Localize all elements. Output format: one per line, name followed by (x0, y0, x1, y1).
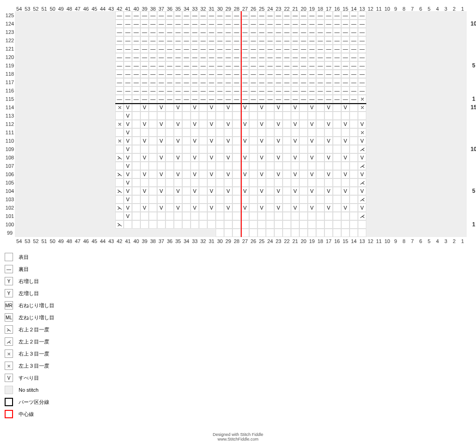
grid-cell (366, 162, 375, 170)
grid-cell (375, 28, 383, 36)
grid-cell (40, 36, 48, 45)
legend-label: 中心線 (19, 411, 34, 418)
grid-cell (458, 45, 467, 53)
grid-cell: — (182, 53, 191, 61)
grid-cell (165, 120, 174, 128)
grid-cell (425, 53, 433, 61)
grid-cell (199, 120, 207, 128)
grid-cell: V (358, 204, 366, 212)
grid-cell (450, 162, 458, 170)
grid-cell: — (333, 95, 341, 103)
col-header-bottom: 23 (274, 237, 283, 245)
grid-cell (274, 178, 283, 187)
col-header-bottom: 45 (90, 237, 99, 245)
grid-cell (450, 20, 458, 28)
legend-symbol: — (5, 265, 13, 273)
grid-cell: V (124, 204, 132, 212)
grid-cell (157, 195, 165, 204)
grid-cell (450, 103, 458, 112)
grid-cell (191, 212, 199, 220)
grid-cell (458, 145, 467, 153)
grid-cell (383, 195, 391, 204)
grid-cell (40, 137, 48, 145)
grid-cell (425, 204, 433, 212)
grid-cell (82, 212, 90, 220)
col-header-bottom: 18 (316, 237, 324, 245)
grid-cell (216, 178, 224, 187)
grid-cell: — (224, 20, 232, 28)
grid-cell (375, 128, 383, 137)
grid-cell (32, 86, 40, 95)
grid-cell: — (241, 61, 249, 70)
grid-cell (442, 204, 450, 212)
grid-cell (249, 195, 258, 204)
grid-cell (442, 86, 450, 95)
grid-cell: — (258, 86, 266, 95)
grid-cell: V (124, 112, 132, 120)
grid-cell: — (258, 61, 266, 70)
grid-cell: — (124, 28, 132, 36)
grid-cell (266, 229, 274, 237)
grid-cell (408, 187, 416, 195)
grid-cell (375, 204, 383, 212)
grid-cell: — (149, 53, 157, 61)
grid-cell (15, 70, 23, 78)
grid-cell (408, 61, 416, 70)
grid-cell (450, 195, 458, 204)
grid-cell (149, 220, 157, 229)
grid-cell: — (308, 20, 316, 28)
grid-cell: — (316, 95, 324, 103)
grid-cell: — (149, 20, 157, 28)
col-header-bottom: 39 (140, 237, 149, 245)
grid-cell (366, 45, 375, 53)
grid-cell (249, 162, 258, 170)
side-number (467, 86, 476, 95)
grid-cell: V (207, 204, 216, 212)
grid-cell (274, 145, 283, 153)
row-header-left: 118 (5, 70, 15, 78)
grid-cell (107, 170, 115, 178)
grid-cell: — (140, 36, 149, 45)
grid-cell (90, 178, 99, 187)
grid-cell (48, 103, 57, 112)
grid-cell (391, 112, 400, 120)
grid-cell (57, 204, 65, 212)
grid-cell: — (232, 45, 241, 53)
grid-cell (32, 204, 40, 212)
grid-cell (408, 145, 416, 153)
grid-cell: — (266, 45, 274, 53)
grid-cell (283, 112, 291, 120)
grid-cell: — (308, 36, 316, 45)
grid-cell (57, 70, 65, 78)
grid-cell (425, 120, 433, 128)
grid-cell (15, 20, 23, 28)
grid-cell: V (224, 204, 232, 212)
grid-cell: — (207, 11, 216, 20)
grid-cell (207, 220, 216, 229)
grid-cell (366, 220, 375, 229)
grid-cell (57, 103, 65, 112)
legend-symbol: MR (5, 301, 13, 310)
grid-cell: — (182, 78, 191, 86)
grid-cell: — (291, 28, 299, 36)
grid-cell (333, 195, 341, 204)
grid-cell (433, 153, 442, 162)
row-header-left: 115 (5, 95, 15, 103)
row-header-left: 109 (5, 145, 15, 153)
grid-cell (408, 204, 416, 212)
grid-cell (90, 137, 99, 145)
grid-cell (232, 178, 241, 187)
grid-cell (400, 204, 408, 212)
legend-row: ⋋右上２目一度 (5, 325, 471, 334)
grid-cell (408, 162, 416, 170)
grid-cell (400, 229, 408, 237)
grid-cell (90, 195, 99, 204)
grid-cell (383, 212, 391, 220)
col-header-bottom: 6 (416, 237, 425, 245)
grid-cell: — (140, 61, 149, 70)
grid-cell (23, 11, 32, 20)
grid-cell (283, 204, 291, 212)
grid-cell (90, 153, 99, 162)
grid-cell (391, 28, 400, 36)
grid-cell (283, 187, 291, 195)
